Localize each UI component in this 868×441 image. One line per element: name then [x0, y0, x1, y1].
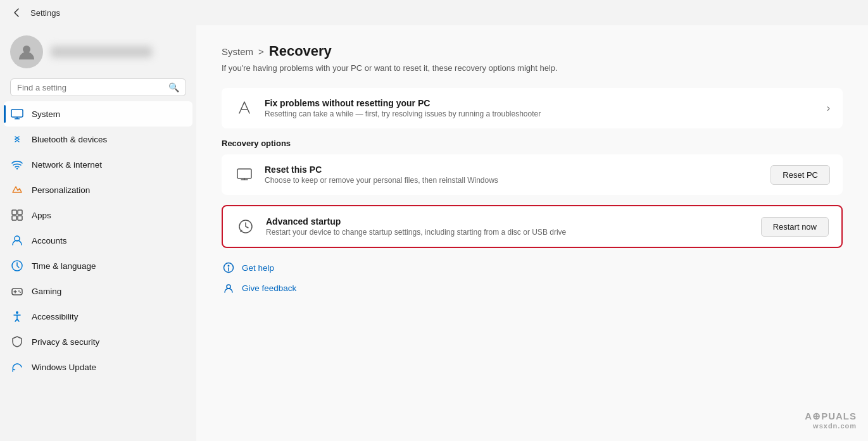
breadcrumb-current: Recovery [269, 43, 332, 59]
breadcrumb-system: System [222, 46, 253, 57]
sidebar-item-accounts[interactable]: Accounts [0, 228, 196, 253]
give-feedback-icon [222, 281, 236, 295]
system-icon [10, 107, 24, 121]
sidebar-item-accessibility[interactable]: Accessibility [0, 304, 196, 329]
svg-rect-8 [18, 216, 22, 220]
page-subtitle: If you're having problems with your PC o… [222, 63, 843, 73]
get-help-text[interactable]: Get help [242, 263, 274, 273]
section-heading: Recovery options [222, 139, 843, 148]
reset-card-desc: Choose to keep or remove your personal f… [265, 176, 760, 185]
main-layout: 🔍 System Blu [0, 25, 868, 441]
search-input[interactable] [17, 83, 165, 92]
reset-pc-row[interactable]: Reset this PC Choose to keep or remove y… [222, 154, 843, 195]
svg-rect-5 [12, 210, 16, 214]
sidebar-item-label-network: Network & internet [32, 160, 102, 170]
sidebar-item-update[interactable]: Windows Update [0, 354, 196, 380]
sidebar-item-label-apps: Apps [32, 211, 51, 220]
advanced-startup-row[interactable]: Advanced startup Restart your device to … [223, 206, 841, 247]
fix-card-text: Fix problems without resetting your PC R… [265, 98, 817, 118]
fix-card-title: Fix problems without resetting your PC [265, 98, 817, 108]
accessibility-icon [10, 309, 24, 323]
svg-point-21 [227, 285, 230, 289]
sidebar-item-apps[interactable]: Apps [0, 202, 196, 228]
profile-name [51, 46, 152, 58]
svg-rect-7 [12, 216, 16, 220]
restart-now-button[interactable]: Restart now [761, 217, 829, 237]
svg-rect-6 [18, 210, 22, 214]
svg-point-4 [16, 168, 18, 169]
breadcrumb-sep: > [258, 46, 264, 57]
svg-point-16 [16, 311, 18, 314]
svg-rect-1 [11, 109, 23, 117]
fix-problems-card: Fix problems without resetting your PC R… [222, 88, 843, 128]
sidebar-item-personalization[interactable]: Personalization [0, 177, 196, 202]
sidebar-item-label-privacy: Privacy & security [32, 337, 99, 347]
reset-icon [234, 165, 255, 185]
personalization-icon [10, 183, 24, 197]
update-icon [10, 360, 24, 374]
fix-icon [234, 98, 255, 118]
gaming-icon [10, 284, 24, 298]
breadcrumb: System > Recovery [222, 43, 843, 59]
sidebar-item-gaming[interactable]: Gaming [0, 278, 196, 304]
content-area: System > Recovery If you're having probl… [196, 25, 868, 441]
search-box[interactable]: 🔍 [10, 78, 186, 96]
sidebar-item-bluetooth[interactable]: Bluetooth & devices [0, 127, 196, 152]
sidebar-item-label-personalization: Personalization [32, 185, 90, 195]
advanced-startup-card: Advanced startup Restart your device to … [222, 205, 843, 248]
apps-icon [10, 208, 24, 222]
reset-pc-card: Reset this PC Choose to keep or remove y… [222, 154, 843, 195]
accounts-icon [10, 233, 24, 247]
give-feedback-link[interactable]: Give feedback [222, 281, 843, 295]
reset-pc-button[interactable]: Reset PC [771, 165, 830, 185]
advanced-icon [236, 216, 256, 237]
advanced-card-title: Advanced startup [266, 216, 751, 227]
advanced-card-text: Advanced startup Restart your device to … [266, 216, 751, 237]
svg-point-15 [20, 292, 21, 293]
profile-section [0, 25, 196, 76]
get-help-link[interactable]: Get help [222, 261, 843, 275]
sidebar-item-label-accounts: Accounts [32, 236, 67, 245]
advanced-card-desc: Restart your device to change startup se… [266, 228, 751, 237]
get-help-icon [222, 261, 236, 275]
sidebar-item-label-update: Windows Update [32, 363, 96, 372]
reset-card-text: Reset this PC Choose to keep or remove y… [265, 165, 760, 185]
title-bar: Settings [0, 0, 868, 25]
fix-problems-row[interactable]: Fix problems without resetting your PC R… [222, 88, 843, 128]
reset-card-title: Reset this PC [265, 165, 760, 175]
sidebar-nav: System Bluetooth & devices [0, 101, 196, 441]
give-feedback-text[interactable]: Give feedback [242, 283, 296, 293]
avatar [10, 35, 43, 68]
time-icon [10, 259, 24, 273]
sidebar-item-time[interactable]: Time & language [0, 253, 196, 278]
sidebar-item-system[interactable]: System [4, 101, 192, 127]
sidebar-item-label-accessibility: Accessibility [32, 312, 79, 321]
privacy-icon [10, 335, 24, 349]
fix-card-chevron: › [827, 102, 830, 114]
svg-point-20 [228, 265, 230, 267]
sidebar-item-label-time: Time & language [32, 261, 96, 271]
svg-point-14 [18, 290, 20, 292]
sidebar-item-label-bluetooth: Bluetooth & devices [32, 135, 107, 144]
sidebar-item-label-gaming: Gaming [32, 287, 61, 296]
sidebar: 🔍 System Blu [0, 25, 196, 441]
bluetooth-icon [10, 132, 24, 146]
network-icon [10, 158, 24, 171]
sidebar-item-network[interactable]: Network & internet [0, 152, 196, 177]
link-section: Get help Give feedback [222, 261, 843, 295]
sidebar-item-privacy[interactable]: Privacy & security [0, 329, 196, 354]
window-title: Settings [30, 8, 60, 18]
svg-rect-17 [237, 169, 251, 178]
search-icon: 🔍 [168, 82, 179, 92]
fix-card-desc: Resetting can take a while — first, try … [265, 109, 817, 118]
sidebar-item-label-system: System [32, 109, 60, 119]
svg-rect-2 [15, 118, 20, 120]
back-button[interactable] [8, 4, 25, 22]
